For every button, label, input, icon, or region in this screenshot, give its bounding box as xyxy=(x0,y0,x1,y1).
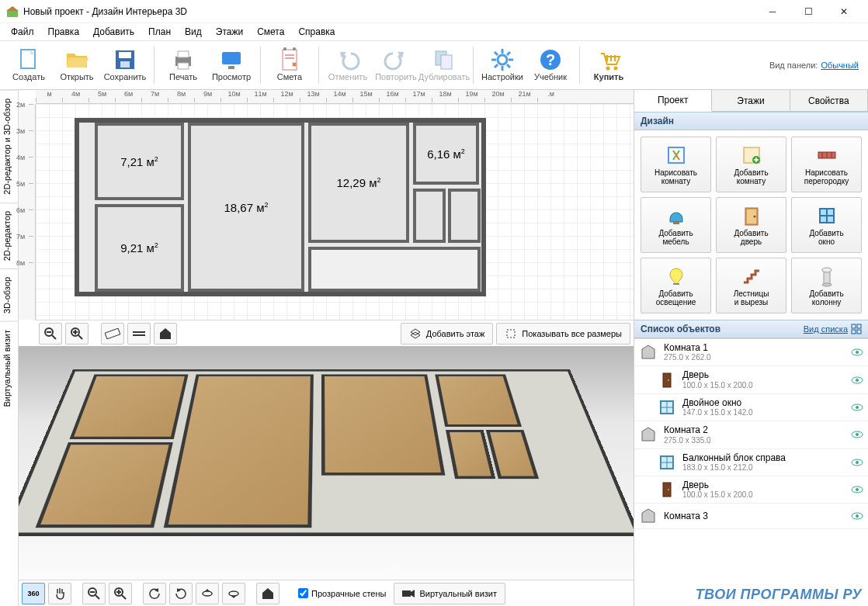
visibility-icon[interactable] xyxy=(851,348,863,356)
virtual-visit-button[interactable]: Виртуальный визит xyxy=(394,583,505,604)
tilt-down-button[interactable] xyxy=(222,583,245,604)
room-icon xyxy=(639,425,658,444)
duplicate-button[interactable]: Дублировать xyxy=(420,43,468,87)
menu-view[interactable]: Вид xyxy=(179,25,208,39)
object-row[interactable]: Комната 3 xyxy=(634,504,868,529)
view-panel-label: Вид панели: xyxy=(769,61,818,70)
design-btn-8[interactable]: Добавитьколонну xyxy=(791,258,862,313)
room-small-1[interactable] xyxy=(413,189,446,243)
tab-project[interactable]: Проект xyxy=(634,90,712,112)
svg-rect-91 xyxy=(852,330,856,334)
svg-line-38 xyxy=(52,335,56,339)
design-btn-3[interactable]: Добавитьмебель xyxy=(641,197,711,253)
tab-properties[interactable]: Свойства xyxy=(790,90,868,111)
svg-marker-64 xyxy=(262,588,273,599)
estimate-button[interactable]: Смета xyxy=(266,43,314,87)
design-btn-4[interactable]: Добавитьдверь xyxy=(716,197,786,253)
visibility-icon[interactable] xyxy=(851,376,863,384)
corridor[interactable] xyxy=(308,247,481,292)
maximize-button[interactable]: ☐ xyxy=(790,0,826,23)
create-button[interactable]: Создать xyxy=(5,43,53,87)
object-row[interactable]: Дверь100.0 x 15.0 x 200.0 xyxy=(634,366,868,393)
titlebar: Новый проект - Дизайн Интерьера 3D ─ ☐ ✕ xyxy=(0,0,868,23)
close-button[interactable]: ✕ xyxy=(826,0,862,23)
room-small-2[interactable] xyxy=(448,189,481,243)
visibility-icon[interactable] xyxy=(851,486,863,493)
menu-file[interactable]: Файл xyxy=(5,25,40,39)
preview-button[interactable]: Просмотр xyxy=(207,43,255,87)
design-btn-7[interactable]: Лестницыи вырезы xyxy=(716,258,786,313)
svg-point-112 xyxy=(856,461,859,464)
menu-edit[interactable]: Правка xyxy=(42,25,86,39)
rotate360-button[interactable]: 360 xyxy=(22,583,45,604)
visibility-icon[interactable] xyxy=(851,431,863,438)
3d-zoom-out-button[interactable] xyxy=(82,583,106,604)
show-dims-button[interactable]: Показывать все размеры xyxy=(496,323,630,345)
grid-button[interactable] xyxy=(127,323,151,345)
dimensions-icon xyxy=(505,327,517,340)
menu-plan[interactable]: План xyxy=(142,25,177,39)
rotate-right-button[interactable] xyxy=(169,583,193,604)
tab-floors[interactable]: Этажи xyxy=(712,90,790,111)
room-3[interactable]: 12,29 м2 xyxy=(308,123,409,243)
side-tab-virtual[interactable]: Виртуальный визит xyxy=(0,321,18,415)
buy-button[interactable]: Купить xyxy=(585,43,633,87)
redo-button[interactable]: Повторить xyxy=(372,43,420,87)
3d-zoom-in-button[interactable] xyxy=(109,583,132,604)
undo-button[interactable]: Отменить xyxy=(324,43,372,87)
room-2[interactable]: 18,67 м2 xyxy=(188,123,304,292)
add-floor-button[interactable]: Добавить этаж xyxy=(401,323,493,345)
menu-add[interactable]: Добавить xyxy=(87,25,141,39)
visibility-icon[interactable] xyxy=(851,459,863,466)
visibility-icon[interactable] xyxy=(851,512,863,520)
room-4[interactable]: 6,16 м2 xyxy=(413,123,479,185)
view-panel-mode[interactable]: Обычный xyxy=(821,61,859,70)
room-1[interactable]: 7,21 м2 xyxy=(95,123,184,200)
pan-button[interactable] xyxy=(48,583,71,604)
tilt-up-button[interactable] xyxy=(196,583,219,604)
settings-button[interactable]: Настройки xyxy=(478,43,526,87)
print-button[interactable]: Печать xyxy=(159,43,207,87)
design-btn-2[interactable]: Нарисоватьперегородку xyxy=(791,137,862,192)
tutorial-button[interactable]: ?Учебник xyxy=(526,43,575,87)
object-row[interactable]: Балконный блок справа183.0 x 15.0 x 212.… xyxy=(634,449,868,476)
list-view-icon[interactable] xyxy=(851,324,862,334)
menu-estimate[interactable]: Смета xyxy=(251,25,290,39)
3d-view[interactable]: 360 Прозрачные стены Виртуальный визит xyxy=(19,346,634,606)
menu-floors[interactable]: Этажи xyxy=(210,25,249,39)
transparent-walls-checkbox[interactable]: Прозрачные стены xyxy=(298,588,386,598)
room-5[interactable]: 9,21 м2 xyxy=(95,204,184,292)
room-icon xyxy=(639,343,658,362)
list-view-link[interactable]: Вид списка xyxy=(804,324,848,334)
design-btn-0[interactable]: Нарисоватькомнату xyxy=(641,137,711,192)
visibility-icon[interactable] xyxy=(851,403,863,411)
design-btn-5[interactable]: Добавитьокно xyxy=(791,197,862,253)
svg-marker-117 xyxy=(642,509,654,522)
side-tab-2d[interactable]: 2D-редактор xyxy=(0,203,18,268)
object-list[interactable]: Комната 1275.0 x 262.0Дверь100.0 x 15.0 … xyxy=(634,338,868,606)
side-tab-3d[interactable]: 3D-обзор xyxy=(0,268,18,321)
svg-line-26 xyxy=(495,52,498,55)
measure-button[interactable] xyxy=(101,323,124,345)
3d-home-button[interactable] xyxy=(256,583,279,604)
svg-rect-8 xyxy=(178,51,189,57)
home-button[interactable] xyxy=(154,323,177,345)
zoom-out-button[interactable] xyxy=(39,323,62,345)
object-row[interactable]: Комната 2275.0 x 335.0 xyxy=(634,421,868,448)
save-button[interactable]: Сохранить xyxy=(101,43,149,87)
design-btn-1[interactable]: Добавитькомнату xyxy=(716,137,786,192)
object-row[interactable]: Дверь100.0 x 15.0 x 200.0 xyxy=(634,476,868,504)
2d-view[interactable]: 7,21 м2 18,67 м2 12,29 м2 6,16 м2 9,21 м… xyxy=(19,90,634,346)
open-button[interactable]: Открыть xyxy=(53,43,101,87)
floorplan-canvas[interactable]: 7,21 м2 18,67 м2 12,29 м2 6,16 м2 9,21 м… xyxy=(36,104,634,320)
object-row[interactable]: Двойное окно147.0 x 15.0 x 142.0 xyxy=(634,394,868,421)
side-tab-2d3d[interactable]: 2D-редактор и 3D-обзор xyxy=(0,90,18,203)
svg-point-107 xyxy=(856,433,859,436)
object-row[interactable]: Комната 1275.0 x 262.0 xyxy=(634,339,868,366)
zoom-in-button[interactable] xyxy=(65,323,89,345)
rotate-left-button[interactable] xyxy=(143,583,166,604)
design-btn-6[interactable]: Добавитьосвещение xyxy=(641,258,711,313)
minimize-button[interactable]: ─ xyxy=(755,0,790,23)
vertical-ruler xyxy=(19,104,36,320)
menu-help[interactable]: Справка xyxy=(292,25,341,39)
